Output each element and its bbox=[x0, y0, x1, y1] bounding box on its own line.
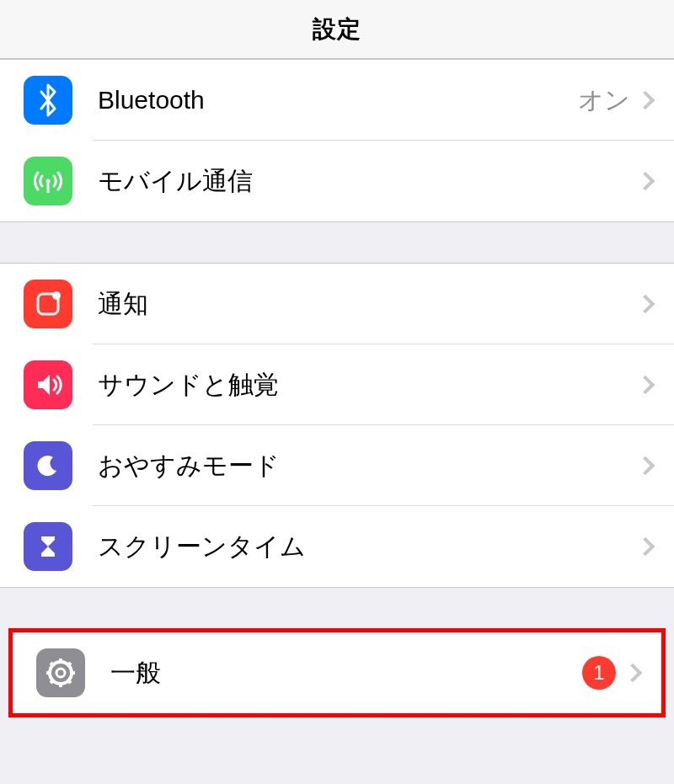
row-sounds[interactable]: サウンドと触覚 bbox=[0, 344, 674, 425]
page-title: 設定 bbox=[313, 13, 361, 45]
bluetooth-icon bbox=[24, 76, 72, 125]
moon-icon bbox=[24, 441, 72, 490]
cellular-icon bbox=[24, 157, 72, 205]
row-cellular[interactable]: モバイル通信 bbox=[0, 141, 674, 221]
chevron-right-icon bbox=[636, 91, 655, 110]
row-label: おやすみモード bbox=[98, 449, 639, 483]
svg-rect-1 bbox=[47, 181, 50, 193]
notification-badge: 1 bbox=[582, 656, 616, 690]
row-general[interactable]: 一般 1 bbox=[13, 632, 661, 713]
row-notifications[interactable]: 通知 bbox=[0, 264, 674, 344]
svg-line-13 bbox=[51, 680, 54, 683]
settings-header: 設定 bbox=[0, 0, 674, 59]
row-label: 通知 bbox=[98, 287, 639, 322]
chevron-right-icon bbox=[636, 456, 655, 476]
row-label: Bluetooth bbox=[98, 86, 578, 115]
row-screen-time[interactable]: スクリーンタイム bbox=[0, 506, 674, 587]
row-do-not-disturb[interactable]: おやすみモード bbox=[0, 425, 674, 506]
row-label: モバイル通信 bbox=[98, 164, 639, 199]
settings-group-general: 一般 1 bbox=[13, 632, 661, 713]
row-value: オン bbox=[578, 83, 630, 118]
row-label: スクリーンタイム bbox=[98, 530, 639, 564]
chevron-right-icon bbox=[636, 295, 655, 314]
svg-point-3 bbox=[52, 291, 61, 300]
svg-line-12 bbox=[67, 663, 71, 666]
notifications-icon bbox=[24, 280, 72, 328]
chevron-right-icon bbox=[636, 376, 655, 395]
sounds-icon bbox=[24, 360, 72, 409]
row-label: サウンドと触覚 bbox=[98, 368, 639, 403]
gear-icon bbox=[36, 648, 85, 697]
settings-group-connectivity: Bluetooth オン モバイル通信 bbox=[0, 59, 674, 222]
chevron-right-icon bbox=[636, 537, 655, 557]
svg-point-5 bbox=[56, 669, 65, 677]
row-label: 一般 bbox=[110, 656, 582, 691]
svg-line-10 bbox=[51, 663, 54, 666]
row-bluetooth[interactable]: Bluetooth オン bbox=[0, 60, 674, 141]
chevron-right-icon bbox=[623, 664, 643, 683]
settings-group-system: 通知 サウンドと触覚 おやすみモード スクリー bbox=[0, 263, 674, 588]
hourglass-icon bbox=[24, 522, 72, 571]
highlight-box: 一般 1 bbox=[8, 628, 666, 717]
svg-line-11 bbox=[67, 680, 71, 683]
chevron-right-icon bbox=[636, 172, 655, 191]
